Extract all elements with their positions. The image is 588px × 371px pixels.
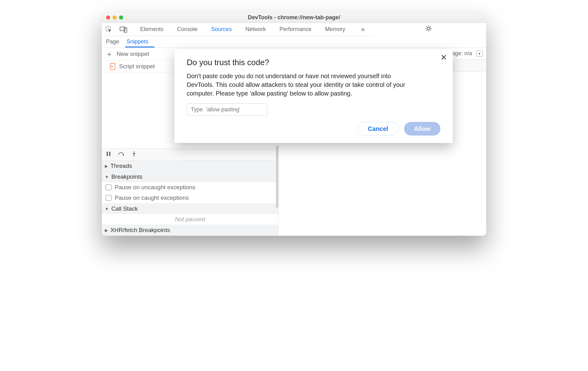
snippet-file-icon	[110, 63, 115, 70]
threads-section[interactable]: ▶ Threads	[102, 161, 278, 171]
pause-uncaught-checkbox[interactable]: Pause on uncaught exceptions	[102, 182, 278, 193]
xhr-breakpoints-label: XHR/fetch Breakpoints	[110, 227, 170, 234]
chevron-down-icon: ▼	[105, 175, 109, 179]
traffic-zoom-icon[interactable]	[119, 16, 123, 20]
allow-button[interactable]: Allow	[404, 122, 440, 136]
cancel-button[interactable]: Cancel	[358, 122, 399, 136]
window-titlebar: DevTools - chrome://new-tab-page/	[102, 12, 486, 23]
trust-code-dialog: ✕ Do you trust this code? Don't paste co…	[174, 49, 453, 143]
scrollbar-thumb[interactable]	[276, 146, 278, 208]
device-toggle-icon[interactable]	[120, 25, 128, 34]
svg-rect-4	[107, 152, 108, 156]
snippet-file-label: Script snippet	[119, 63, 155, 70]
chevron-right-icon: ▶	[105, 228, 108, 233]
subtab-page[interactable]: Page	[105, 36, 125, 47]
gear-icon[interactable]	[425, 25, 433, 33]
traffic-close-icon[interactable]	[106, 16, 110, 20]
svg-point-3	[427, 27, 430, 30]
callstack-label: Call Stack	[111, 205, 138, 212]
allow-pasting-input[interactable]	[187, 103, 267, 116]
devtools-window: DevTools - chrome://new-tab-page/ Elemen…	[102, 12, 486, 236]
breakpoints-section[interactable]: ▼ Breakpoints	[102, 172, 278, 182]
step-over-icon[interactable]	[118, 151, 125, 158]
step-into-icon[interactable]	[131, 151, 136, 158]
svg-point-7	[133, 155, 135, 156]
pause-caught-checkbox[interactable]: Pause on caught exceptions	[102, 193, 278, 203]
sources-subtoolbar: Page Snippets	[102, 36, 486, 48]
callstack-not-paused: Not paused	[102, 214, 278, 225]
svg-rect-5	[109, 152, 110, 156]
tab-elements[interactable]: Elements	[140, 26, 163, 33]
new-snippet-label: New snippet	[117, 51, 149, 57]
plus-icon: ＋	[105, 50, 113, 58]
pause-caught-label: Pause on caught exceptions	[115, 194, 189, 201]
subtab-snippets[interactable]: Snippets	[125, 36, 154, 47]
threads-label: Threads	[110, 163, 132, 169]
svg-rect-2	[124, 28, 127, 32]
devtools-toolbar: Elements Console Sources Network Perform…	[102, 23, 486, 36]
tab-performance[interactable]: Performance	[279, 26, 311, 33]
traffic-minimize-icon[interactable]	[113, 16, 117, 20]
more-tabs-icon[interactable]: »	[359, 25, 367, 34]
pause-uncaught-label: Pause on uncaught exceptions	[115, 184, 195, 191]
window-title: DevTools - chrome://new-tab-page/	[102, 14, 486, 21]
tab-network[interactable]: Network	[245, 26, 266, 33]
tab-console[interactable]: Console	[177, 26, 198, 33]
checkbox-icon	[105, 195, 112, 201]
checkbox-icon	[105, 184, 112, 190]
pause-icon[interactable]	[106, 151, 111, 158]
dialog-title: Do you trust this code?	[187, 58, 440, 67]
coverage-dropdown-icon[interactable]: ▾	[476, 51, 483, 57]
callstack-section[interactable]: ▼ Call Stack	[102, 203, 278, 214]
dialog-message: Don't paste code you do not understand o…	[187, 72, 416, 98]
chevron-right-icon: ▶	[105, 164, 108, 168]
debugger-controls	[102, 148, 278, 161]
close-icon[interactable]: ✕	[440, 53, 447, 62]
svg-point-6	[123, 154, 124, 156]
tab-memory[interactable]: Memory	[325, 26, 345, 33]
breakpoints-label: Breakpoints	[111, 173, 142, 180]
chevron-down-icon: ▼	[105, 207, 109, 211]
inspect-element-icon[interactable]	[105, 25, 113, 34]
xhr-breakpoints-section[interactable]: ▶ XHR/fetch Breakpoints	[102, 225, 278, 235]
tab-sources[interactable]: Sources	[211, 26, 232, 33]
